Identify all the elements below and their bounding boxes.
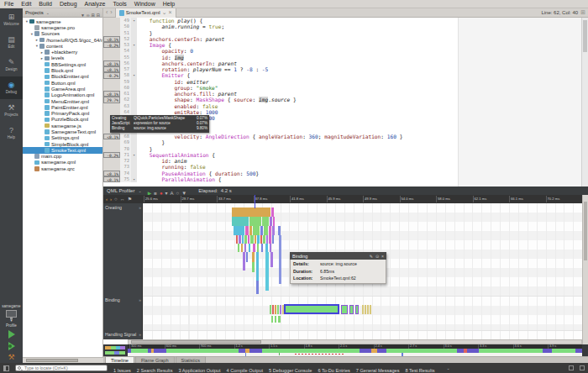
- event-bar[interactable]: [256, 281, 259, 294]
- category-handling-signal[interactable]: Handling Signal»: [103, 330, 143, 338]
- code-line[interactable]: 59id: emitter: [103, 79, 588, 85]
- split-icon[interactable]: ⊞: [92, 13, 95, 18]
- event-bar[interactable]: [265, 252, 269, 291]
- tab-dropdown-icon[interactable]: ⌄: [162, 9, 167, 16]
- fold-marker-icon[interactable]: ▾: [131, 152, 137, 158]
- event-bar[interactable]: [269, 235, 271, 244]
- event-bar[interactable]: [260, 226, 263, 235]
- locator-field[interactable]: [15, 365, 108, 371]
- menu-tools[interactable]: Tools: [113, 1, 126, 7]
- code-line[interactable]: <0.1%75▾ParallelAnimation {: [103, 176, 588, 182]
- event-bar[interactable]: [255, 235, 256, 244]
- tab-close-icon[interactable]: ×: [169, 9, 172, 16]
- tree-item[interactable]: LogoAnimation.qml: [23, 92, 102, 98]
- kit-dropdown-icon[interactable]: ▾: [10, 319, 13, 322]
- tree-item[interactable]: ▸/home/uR/Qt5.9/gcc_64/mk: [23, 37, 102, 43]
- event-bar[interactable]: [277, 305, 279, 314]
- tree-item[interactable]: BlockEmitter.qml: [23, 74, 102, 80]
- code-line[interactable]: 63enabled: false: [103, 103, 588, 109]
- code-line[interactable]: -0.2%53▾Image {: [103, 42, 588, 48]
- tree-item[interactable]: PaintEmitter.qml: [23, 104, 102, 110]
- fold-marker-icon[interactable]: ▾: [131, 18, 137, 24]
- output-pane-3[interactable]: 3 Application Output: [178, 368, 220, 373]
- zoom-icon[interactable]: ○: [114, 197, 118, 202]
- fold-marker-icon[interactable]: ▾: [131, 72, 137, 78]
- code-line[interactable]: 29.7%62shape: MaskShape { source: img.so…: [103, 97, 588, 102]
- close-icon[interactable]: ×: [381, 254, 384, 259]
- event-bar[interactable]: [275, 305, 276, 314]
- tree-item[interactable]: SimpleBlock.qml: [23, 141, 102, 147]
- event-bar[interactable]: [263, 235, 265, 244]
- projects-hscrollbar[interactable]: [23, 357, 103, 363]
- event-bar[interactable]: [271, 316, 273, 323]
- mode-projects[interactable]: ⚒Projects: [0, 99, 23, 122]
- event-bar[interactable]: [273, 217, 275, 226]
- tree-item[interactable]: samegame.qml: [23, 160, 102, 165]
- tree-item[interactable]: PuzzleBlock.qml: [23, 117, 102, 123]
- event-bar[interactable]: [249, 217, 261, 226]
- close-icon[interactable]: ⊟: [97, 13, 100, 18]
- event-bar[interactable]: [270, 252, 273, 267]
- output-pane-7[interactable]: 7 General Messages: [356, 368, 400, 373]
- event-bar[interactable]: [249, 226, 252, 235]
- event-bar[interactable]: [341, 305, 348, 314]
- event-bar[interactable]: [270, 244, 271, 252]
- run-button[interactable]: [8, 330, 15, 339]
- selected-event-bar[interactable]: [284, 304, 339, 314]
- menu-help[interactable]: Help: [163, 1, 175, 7]
- tree-item[interactable]: samegame.pro: [23, 24, 102, 30]
- split-editor-icon[interactable]: ⊞: [580, 9, 585, 16]
- tree-item[interactable]: SamegameText.qml: [23, 129, 102, 134]
- editor-vscrollbar[interactable]: [581, 18, 588, 186]
- event-bar[interactable]: [265, 244, 268, 252]
- event-bar[interactable]: [367, 305, 369, 314]
- code-line[interactable]: -0.2%71▾SequentialAnimation {: [103, 152, 588, 158]
- expand-category-icon[interactable]: »: [139, 332, 141, 337]
- code-line[interactable]: 55id: img: [103, 55, 588, 60]
- edit-icon[interactable]: ✎: [370, 254, 373, 259]
- flag-icon[interactable]: ⚑: [128, 197, 132, 202]
- event-bar[interactable]: [245, 226, 249, 235]
- profiler-pane-dropdown-icon[interactable]: ⌄: [138, 188, 141, 193]
- code-line[interactable]: <0.1%56anchors.centerIn: parent: [103, 60, 588, 66]
- output-pane-2[interactable]: 2 Search Results: [137, 368, 173, 373]
- event-bar[interactable]: [272, 235, 274, 244]
- code-line[interactable]: <0.1%52anchors.centerIn: parent: [103, 36, 588, 42]
- output-window-icon[interactable]: [580, 365, 585, 370]
- event-bar[interactable]: [362, 305, 364, 314]
- kit-selector[interactable]: samegame ▾ Profile ⚒: [0, 304, 23, 363]
- range-select-icon[interactable]: ↔: [120, 197, 125, 202]
- event-bar[interactable]: [250, 235, 254, 244]
- event-bar[interactable]: [234, 226, 244, 235]
- event-bar[interactable]: [365, 305, 366, 314]
- code-line[interactable]: <0.1%68velocity: AngleDirection { angleV…: [103, 134, 588, 139]
- mode-design[interactable]: ✎Design: [0, 54, 23, 76]
- tree-item[interactable]: BBSettings.qml: [23, 61, 102, 67]
- tree-item[interactable]: ▾content: [23, 43, 102, 49]
- event-bar[interactable]: [349, 305, 354, 314]
- panel-dropdown-icon[interactable]: ⌄: [46, 10, 50, 15]
- code-line[interactable]: -0.2%58▾Emitter {: [103, 72, 588, 78]
- binding-row[interactable]: [143, 296, 582, 330]
- event-bar[interactable]: [278, 226, 281, 235]
- event-bar[interactable]: [253, 244, 255, 252]
- code-line[interactable]: 73running: false: [103, 164, 588, 170]
- timeline-vscrollbar[interactable]: [582, 195, 588, 344]
- link-editor-icon[interactable]: ∞: [87, 13, 90, 18]
- event-bar[interactable]: [260, 235, 262, 244]
- event-bar[interactable]: [269, 226, 271, 235]
- menu-debug[interactable]: Debug: [60, 1, 77, 7]
- mode-help[interactable]: ?Help: [0, 122, 23, 144]
- event-bar[interactable]: [236, 235, 238, 244]
- event-bar[interactable]: [246, 252, 248, 262]
- build-button[interactable]: ⚒: [8, 353, 14, 361]
- event-bar[interactable]: [253, 226, 260, 235]
- event-bar[interactable]: [264, 226, 268, 235]
- event-bar[interactable]: [270, 217, 272, 226]
- timeline-ruler[interactable]: ‹›○↔⚑ 25.6 ms29.7 ms33.7 ms37.8 ms41.8 m…: [103, 195, 588, 203]
- event-bar[interactable]: [280, 305, 281, 314]
- output-pane-1[interactable]: 1 Issues: [113, 368, 131, 373]
- menu-file[interactable]: File: [4, 1, 13, 7]
- mode-welcome[interactable]: ⊞Welcome: [0, 8, 23, 31]
- code-line[interactable]: 69}: [103, 139, 588, 145]
